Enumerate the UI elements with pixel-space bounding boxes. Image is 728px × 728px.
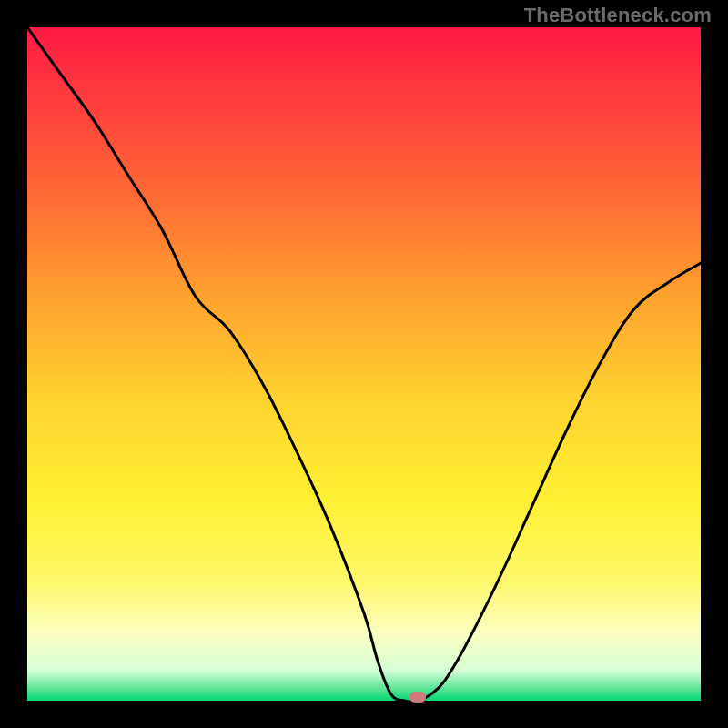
plot-area — [27, 27, 701, 701]
curve-svg — [27, 27, 701, 701]
watermark-text: TheBottleneck.com — [524, 4, 712, 27]
optimal-point-marker — [410, 692, 426, 703]
chart-container: TheBottleneck.com — [0, 0, 728, 728]
